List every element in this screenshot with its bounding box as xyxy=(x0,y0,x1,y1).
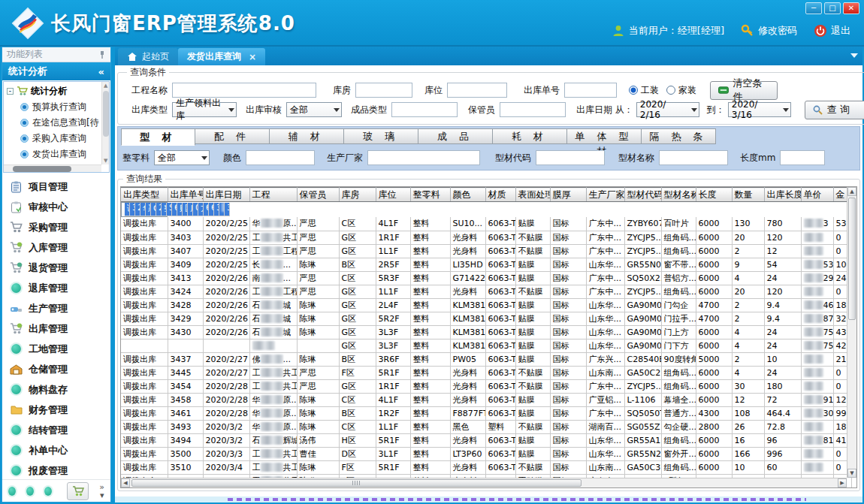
column-header-1[interactable]: 出库单号 xyxy=(168,188,203,202)
column-header-9[interactable]: 材质 xyxy=(485,188,515,202)
table-row[interactable]: 调拨出库34582020/2/28华原...陈琳C区4L1F整料光身料6063-… xyxy=(121,393,851,406)
module-cart-button[interactable] xyxy=(67,482,89,500)
column-header-14[interactable]: 型材名称 xyxy=(661,188,696,202)
sidebar-item-9[interactable]: 仓储管理 xyxy=(2,359,110,379)
material-tab-2[interactable]: 辅 材 xyxy=(270,128,344,144)
location-input[interactable] xyxy=(447,83,507,98)
material-tab-5[interactable]: 耗 材 xyxy=(493,128,567,144)
sidebar-item-10[interactable]: 物料盘存 xyxy=(2,379,110,400)
warehouse-input[interactable] xyxy=(355,83,412,98)
material-tab-3[interactable]: 玻 璃 xyxy=(344,128,418,144)
tree-root-statistics[interactable]: - 统计分析 xyxy=(7,83,109,99)
audit-select[interactable]: 全部 xyxy=(286,102,342,117)
clear-conditions-button[interactable]: 清空条件 xyxy=(710,81,778,100)
color-input[interactable] xyxy=(246,150,315,165)
tree-item-0[interactable]: 预算执行查询 xyxy=(7,99,109,115)
grid-vertical-scrollbar[interactable]: ▲ ▼ xyxy=(847,187,856,478)
tree-item-3[interactable]: 发货出库查询 xyxy=(7,146,109,162)
tree-expander-icon[interactable]: - xyxy=(7,88,14,95)
tab-list-dropdown-icon[interactable] xyxy=(850,53,858,58)
table-row[interactable]: 调拨出库34002020/2/25华原...严思C区4L1F整料SU10...6… xyxy=(121,217,851,231)
scroll-up-icon[interactable]: ▲ xyxy=(847,187,856,196)
sidebar-section-header[interactable]: 统计分析 « xyxy=(2,62,110,80)
keeper-input[interactable] xyxy=(500,102,566,117)
table-row[interactable]: 调拨出库34372020/2/27佛...陈琳B区3R6F整料PW056063-… xyxy=(121,352,851,366)
profile-code-input[interactable] xyxy=(536,150,605,165)
maximize-button[interactable]: □ xyxy=(824,2,841,14)
module-dot-icon[interactable] xyxy=(8,487,16,496)
column-header-13[interactable]: 型材代码 xyxy=(624,188,661,202)
outbound-type-select[interactable]: 生产领料出库 xyxy=(172,102,237,117)
date-to-select[interactable]: 2020/ 3/16 xyxy=(728,102,791,117)
table-row[interactable]: 调拨出库34072020/2/25工工程严思G区1L1F整料光身料6063-T5… xyxy=(121,244,851,258)
table-row[interactable]: 调拨出库35102020/3/4工共工程陈琳F区5R1F整料光身料6063-T5… xyxy=(121,460,851,474)
column-header-7[interactable]: 整零料 xyxy=(410,188,450,202)
tree-horizontal-scrollbar[interactable] xyxy=(4,164,101,172)
pin-icon[interactable] xyxy=(98,50,106,59)
sidebar-item-1[interactable]: 审核中心 xyxy=(2,197,110,217)
scroll-down-icon[interactable]: ▼ xyxy=(847,469,856,478)
table-row[interactable]: 调拨出库34302020/2/26石城陈琳G区3L3F整料KLM38176063… xyxy=(121,325,851,339)
sidebar-item-11[interactable]: 财务管理 xyxy=(2,400,110,420)
sidebar-item-4[interactable]: 退货管理 xyxy=(2,258,110,278)
manufacturer-input[interactable] xyxy=(367,150,480,165)
table-row[interactable]: 调拨出库34132020/2/26南...严思C区5R3F整料G71422606… xyxy=(121,271,851,285)
material-tab-6[interactable]: 单 体 型 材 xyxy=(567,128,642,144)
module-dot-icon[interactable] xyxy=(44,487,52,496)
column-header-6[interactable]: 库位 xyxy=(376,188,410,202)
material-tab-4[interactable]: 成 品 xyxy=(418,128,493,144)
table-row[interactable]: 调拨出库34092020/2/25长...陈琳B区2R5F整料LI35HD606… xyxy=(121,258,851,271)
tab-shipment-outbound-query[interactable]: 发货出库查询 × xyxy=(178,48,265,65)
sidebar-item-2[interactable]: 采购管理 xyxy=(2,217,110,237)
table-row[interactable]: 调拨出库34932020/3/2华原...陈琳C区1L1F整料黑色塑料不贴膜国标… xyxy=(121,420,851,433)
more-modules-button[interactable]: »▾ xyxy=(99,483,104,499)
sidebar-item-8[interactable]: 工地管理 xyxy=(2,339,110,359)
table-row[interactable]: 调拨出库33992020/2/25华原...严思C区2L1F整料SU10...6… xyxy=(121,202,168,217)
table-row[interactable]: 调拨出库34242020/2/26工工程严思G区1L1F整料光身料6063-T5… xyxy=(121,285,851,298)
minimize-button[interactable]: ─ xyxy=(805,2,822,14)
tree-vertical-scrollbar[interactable]: ▲ ▼ xyxy=(101,82,109,164)
column-header-16[interactable]: 数量 xyxy=(732,188,764,202)
table-row[interactable]: 调拨出库34942020/3/2石辉城汤伟H区5R1F整料光身料6063-T5贴… xyxy=(121,433,851,447)
scrollbar-thumb[interactable] xyxy=(131,479,582,487)
sidebar-item-7[interactable]: 出库管理 xyxy=(2,318,110,339)
column-header-8[interactable]: 颜色 xyxy=(450,188,485,202)
project-name-input[interactable] xyxy=(172,83,316,98)
sidebar-item-6[interactable]: 生产管理 xyxy=(2,298,110,318)
material-tab-7[interactable]: 隔 热 条 xyxy=(642,128,716,144)
column-header-2[interactable]: 出库日期 xyxy=(203,188,249,202)
column-header-17[interactable]: 出库长度 xyxy=(764,188,801,202)
change-password-button[interactable]: 修改密码 xyxy=(741,24,797,38)
column-header-11[interactable]: 膜厚 xyxy=(550,188,586,202)
radio-home[interactable]: 家装 xyxy=(666,84,696,97)
logout-button[interactable]: 退出 xyxy=(814,24,850,38)
table-row[interactable]: 调拨出库34452020/2/27工共工程严思F区5R1F整料光身料6063-T… xyxy=(121,366,851,379)
order-no-input[interactable] xyxy=(564,83,617,98)
scroll-right-icon[interactable]: ▶ xyxy=(838,478,847,487)
tree-item-1[interactable]: 在途信息查询[待 xyxy=(7,115,109,131)
radio-industrial[interactable]: 工装 xyxy=(629,84,659,97)
sidebar-item-0[interactable]: 项目管理 xyxy=(2,177,110,197)
table-row[interactable]: 调拨出库34612020/2/28华原...陈琳B区1R2F整料F8877FT6… xyxy=(121,406,851,420)
date-from-select[interactable]: 2020/ 2/16 xyxy=(636,102,699,117)
scroll-down-icon[interactable]: ▼ xyxy=(104,158,107,164)
material-tab-1[interactable]: 配 件 xyxy=(195,128,270,144)
profile-name-input[interactable] xyxy=(659,150,728,165)
column-header-0[interactable]: 出库类型 xyxy=(121,188,168,202)
sidebar-item-14[interactable]: 报废管理 xyxy=(2,460,110,479)
column-header-18[interactable]: 单价 xyxy=(801,188,833,202)
tab-close-icon[interactable]: × xyxy=(246,52,256,62)
product-type-input[interactable] xyxy=(391,102,458,117)
grid-horizontal-scrollbar[interactable]: ◀ ▶ xyxy=(121,478,847,487)
whole-piece-select[interactable]: 全部 xyxy=(154,150,210,165)
column-header-4[interactable]: 保管员 xyxy=(297,188,339,202)
close-button[interactable]: ✕ xyxy=(843,2,859,14)
column-header-15[interactable]: 长度 xyxy=(696,188,732,202)
sidebar-item-13[interactable]: 补单中心 xyxy=(2,440,110,460)
sidebar-item-3[interactable]: 入库管理 xyxy=(2,237,110,258)
column-header-3[interactable]: 工程 xyxy=(249,188,297,202)
table-row[interactable]: 调拨出库35002020/3/3工共工程曹佳D区3L1F整料LT3P606063… xyxy=(121,447,851,460)
scrollbar-thumb[interactable] xyxy=(848,198,856,320)
table-row[interactable]: G区3L3F整料KLM38176063-T5贴膜国标山东华...GA90M09.… xyxy=(121,339,851,352)
scroll-left-icon[interactable]: ◀ xyxy=(121,478,130,487)
